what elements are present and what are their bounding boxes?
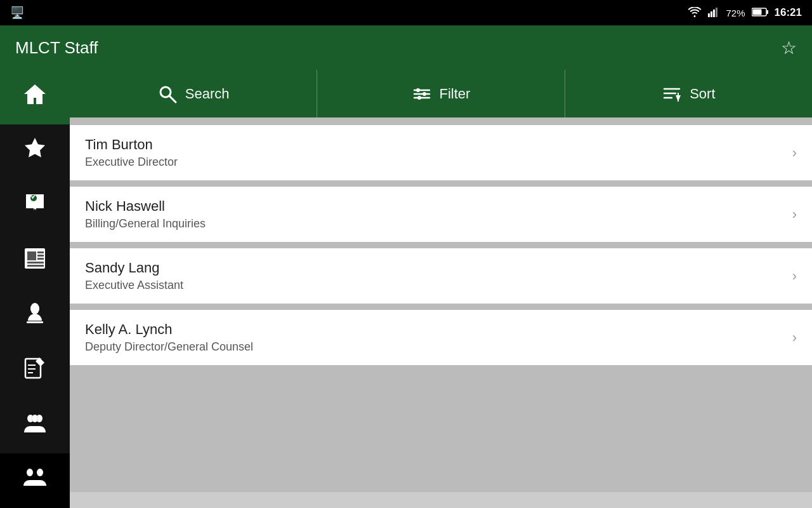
status-bar-left: 🖥️ <box>10 6 24 20</box>
staff-list: Tim Burton Executive Director › Nick Has… <box>70 125 812 508</box>
staff-item-1[interactable]: Nick Haswell Billing/General Inquiries › <box>70 187 812 242</box>
filter-icon <box>412 84 432 104</box>
newspaper-icon <box>22 245 48 277</box>
search-label: Search <box>185 86 230 102</box>
screen-icon: 🖥️ <box>10 6 24 20</box>
speaker-icon <box>22 300 48 333</box>
time-display: 16:21 <box>775 6 802 19</box>
top-separator <box>70 117 812 125</box>
signal-icon <box>708 7 719 19</box>
status-bar: 🖥️ 72% 16:21 <box>0 0 812 25</box>
group-icon <box>22 410 48 442</box>
staff-info-1: Nick Haswell Billing/General Inquiries <box>85 198 206 231</box>
staff-item-0[interactable]: Tim Burton Executive Director › <box>70 125 812 180</box>
svg-point-15 <box>30 303 39 314</box>
sidebar-item-home[interactable] <box>0 70 70 124</box>
favorite-button[interactable]: ☆ <box>781 37 797 58</box>
app-title: MLCT Staff <box>15 38 98 58</box>
sidebar <box>0 70 70 508</box>
staff-role-1: Billing/General Inquiries <box>85 217 206 231</box>
svg-rect-13 <box>27 262 44 264</box>
book-icon <box>22 190 48 223</box>
staff-role-3: Deputy Director/General Counsel <box>85 340 253 354</box>
battery-icon <box>752 8 768 18</box>
svg-point-24 <box>32 415 38 422</box>
chevron-icon-3: › <box>792 330 797 346</box>
svg-rect-5 <box>766 10 768 14</box>
staff-name-1: Nick Haswell <box>85 198 206 215</box>
staff-info-0: Tim Burton Executive Director <box>85 137 178 169</box>
sidebar-item-speaker[interactable] <box>0 289 70 344</box>
search-icon <box>157 84 178 104</box>
filter-button[interactable]: Filter <box>317 70 565 117</box>
svg-point-33 <box>422 92 426 96</box>
svg-rect-2 <box>713 10 715 17</box>
content-area: Search Filter <box>70 70 812 508</box>
sidebar-item-edit[interactable] <box>0 344 70 398</box>
staff-item-2[interactable]: Sandy Lang Executive Assistant › <box>70 248 812 304</box>
sort-icon <box>662 84 682 104</box>
svg-point-7 <box>30 195 37 201</box>
edit-icon <box>22 355 48 387</box>
separator-0 <box>70 180 812 187</box>
staff-role-2: Executive Assistant <box>85 279 183 292</box>
svg-point-25 <box>27 469 33 476</box>
staff-name-0: Tim Burton <box>85 137 178 153</box>
battery-text: 72% <box>726 8 745 18</box>
svg-rect-10 <box>37 251 44 253</box>
wifi-icon <box>688 7 702 19</box>
chevron-icon-0: › <box>792 145 797 161</box>
staff-role-0: Executive Director <box>85 156 178 169</box>
svg-rect-3 <box>716 8 717 17</box>
sort-button[interactable]: Sort <box>565 70 812 117</box>
app-bar: MLCT Staff ☆ <box>0 25 812 70</box>
separator-1 <box>70 242 812 248</box>
main-layout: Search Filter <box>0 70 812 508</box>
svg-rect-9 <box>27 251 36 260</box>
staff-name-2: Sandy Lang <box>85 260 183 276</box>
sidebar-item-group[interactable] <box>0 399 70 453</box>
svg-rect-1 <box>710 11 712 17</box>
svg-rect-12 <box>37 258 44 260</box>
people-icon <box>22 464 48 497</box>
toolbar: Search Filter <box>70 70 812 117</box>
svg-rect-14 <box>27 265 44 267</box>
status-bar-right: 72% 16:21 <box>688 6 802 19</box>
sidebar-item-reading[interactable] <box>0 180 70 234</box>
svg-point-26 <box>37 469 43 476</box>
chevron-icon-1: › <box>792 206 797 223</box>
staff-name-3: Kelly A. Lynch <box>85 321 253 338</box>
svg-rect-16 <box>27 321 43 323</box>
svg-point-34 <box>417 96 421 100</box>
staff-info-3: Kelly A. Lynch Deputy Director/General C… <box>85 321 253 354</box>
svg-rect-6 <box>752 9 761 15</box>
svg-rect-11 <box>37 255 44 257</box>
sidebar-item-news[interactable] <box>0 234 70 289</box>
sidebar-item-favorites[interactable] <box>0 124 70 179</box>
star-icon <box>22 136 48 168</box>
home-icon <box>22 81 48 114</box>
staff-item-3[interactable]: Kelly A. Lynch Deputy Director/General C… <box>70 310 812 365</box>
svg-rect-0 <box>708 13 710 17</box>
svg-point-32 <box>416 88 420 92</box>
chevron-icon-2: › <box>792 268 797 284</box>
sort-label: Sort <box>690 86 715 102</box>
sidebar-item-people[interactable] <box>0 453 70 508</box>
staff-info-2: Sandy Lang Executive Assistant <box>85 260 183 292</box>
svg-line-28 <box>169 96 176 102</box>
bottom-gray-area <box>70 365 812 492</box>
filter-label: Filter <box>440 86 471 102</box>
search-button[interactable]: Search <box>70 70 317 117</box>
separator-2 <box>70 304 812 310</box>
